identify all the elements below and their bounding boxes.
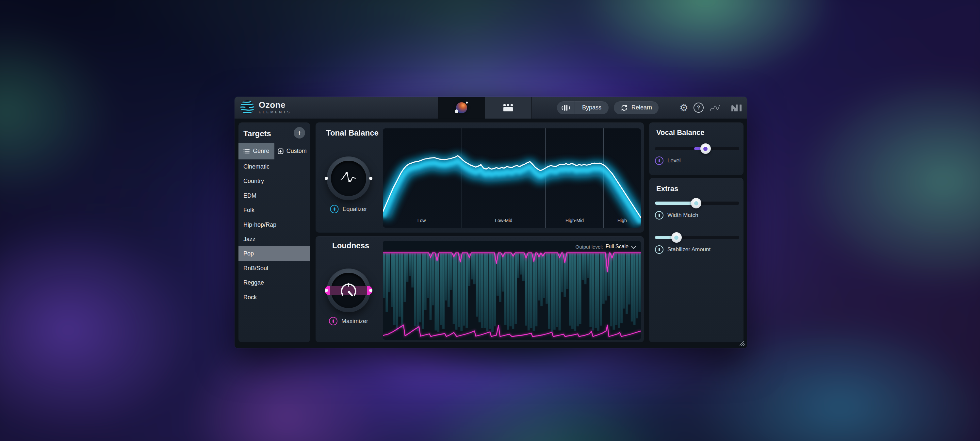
vocal-level-slider-knob[interactable]: [700, 143, 711, 154]
tonal-balance-title: Tonal Balance: [326, 128, 379, 137]
stabilizer-power-toggle[interactable]: [655, 245, 663, 254]
header-controls: Bypass Relearn ⚙ ?: [557, 97, 743, 119]
title-bar: Ozone ELEMENTS Bypass: [235, 97, 747, 119]
band-label: High: [617, 218, 627, 223]
maximizer-power-toggle[interactable]: [329, 317, 337, 325]
list-icon: [243, 149, 250, 154]
add-target-button[interactable]: +: [294, 127, 305, 139]
genre-item[interactable]: Hip-hop/Rap: [239, 218, 310, 232]
equalizer-label: Equalizer: [342, 206, 367, 213]
genre-item[interactable]: RnB/Soul: [239, 261, 310, 276]
knob-max-dot: [369, 289, 372, 292]
resize-handle[interactable]: [738, 339, 745, 347]
bypass-button[interactable]: Bypass: [557, 101, 609, 114]
tab-custom[interactable]: Custom: [274, 143, 310, 159]
bypass-label: Bypass: [575, 104, 609, 111]
stabilizer-label: Stabilizer Amount: [667, 246, 711, 253]
output-level-label: Output level:: [576, 244, 603, 250]
tab-genre[interactable]: Genre: [239, 143, 274, 159]
vocal-balance-panel: Vocal Balance Level: [649, 123, 743, 175]
maximizer-label: Maximizer: [341, 318, 368, 325]
genre-item[interactable]: Jazz: [239, 232, 310, 247]
vocal-balance-title: Vocal Balance: [656, 128, 705, 137]
targets-tabs: Genre Custom: [239, 143, 310, 159]
add-doc-icon: [278, 148, 283, 154]
stabilizer-slider[interactable]: [655, 232, 739, 243]
vocal-level-label: Level: [667, 158, 681, 164]
stabilizer-slider-knob[interactable]: [671, 232, 682, 243]
genre-item[interactable]: Rock: [239, 290, 310, 305]
ozone-logo: Ozone ELEMENTS: [240, 100, 291, 115]
band-label: High-Mid: [565, 218, 584, 223]
loudness-graph: [383, 241, 641, 340]
genre-item[interactable]: Pop: [239, 246, 310, 261]
gauge-icon: [339, 282, 358, 299]
vocal-level-row: Level: [655, 156, 681, 165]
width-match-row: Width Match: [655, 211, 698, 220]
ni-logo-icon: [731, 104, 743, 112]
tonal-balance-panel: Tonal Balance Equalizer LowLow-MidHigh-M…: [315, 123, 644, 232]
vocal-level-power-toggle[interactable]: [655, 156, 663, 165]
genre-item[interactable]: Country: [239, 174, 310, 188]
header-divider: [726, 103, 726, 113]
genre-list: CinematicCountryEDMFolkHip-hop/RapJazzPo…: [239, 159, 310, 339]
ozone-elements-window: Ozone ELEMENTS Bypass: [235, 97, 747, 348]
relearn-label: Relearn: [632, 104, 652, 111]
izotope-logo-icon: [710, 103, 721, 112]
width-match-slider[interactable]: [655, 198, 739, 209]
width-match-label: Width Match: [667, 212, 698, 218]
genre-item[interactable]: EDM: [239, 188, 310, 203]
extras-title: Extras: [656, 185, 678, 193]
vocal-level-slider[interactable]: [655, 143, 739, 154]
equalizer-power-toggle[interactable]: [330, 205, 339, 213]
equalizer-module-row: Equalizer: [330, 205, 367, 213]
band-label: Low: [417, 218, 426, 223]
equalizer-knob[interactable]: [327, 156, 371, 200]
width-match-power-toggle[interactable]: [655, 211, 663, 220]
ozone-logo-icon: [240, 100, 255, 115]
maximizer-module-row: Maximizer: [329, 317, 368, 325]
knob-max-dot: [369, 177, 372, 180]
output-level-dropdown[interactable]: Full Scale: [606, 244, 635, 250]
relearn-button[interactable]: Relearn: [614, 101, 659, 114]
bypass-fader-icon: [557, 101, 575, 114]
band-label: Low-Mid: [495, 218, 512, 223]
tab-balance-view[interactable]: [438, 97, 485, 119]
extras-panel: Extras Width Match Stabilizer Amount: [649, 178, 743, 342]
stabilizer-row: Stabilizer Amount: [655, 245, 711, 254]
targets-panel: Targets + Genre Custom CinematicCountryE…: [239, 123, 310, 342]
loudness-display: Output level: Full Scale: [383, 241, 641, 340]
sphere-icon: [456, 102, 467, 113]
eq-curve-icon: [339, 170, 358, 186]
app-title: Ozone: [259, 100, 291, 109]
tab-modules-view[interactable]: [485, 97, 532, 119]
app-subtitle: ELEMENTS: [259, 110, 291, 114]
targets-title: Targets: [243, 129, 271, 138]
genre-item[interactable]: Folk: [239, 203, 310, 218]
loudness-title: Loudness: [332, 241, 369, 250]
tonal-curve-graph: [383, 128, 641, 228]
tonal-balance-display: LowLow-MidHigh-MidHigh: [383, 128, 641, 228]
maximizer-knob[interactable]: [327, 269, 371, 312]
modules-icon: [503, 104, 513, 111]
knob-min-dot: [325, 289, 328, 292]
loudness-panel: Loudness Maximizer Output level:: [315, 236, 644, 342]
settings-gear-icon[interactable]: ⚙: [679, 102, 688, 113]
width-match-slider-knob[interactable]: [691, 198, 702, 209]
genre-item[interactable]: Reggae: [239, 275, 310, 290]
genre-item[interactable]: Cinematic: [239, 159, 310, 174]
refresh-icon: [620, 104, 628, 112]
knob-min-dot: [325, 177, 328, 180]
help-icon[interactable]: ?: [694, 103, 704, 113]
